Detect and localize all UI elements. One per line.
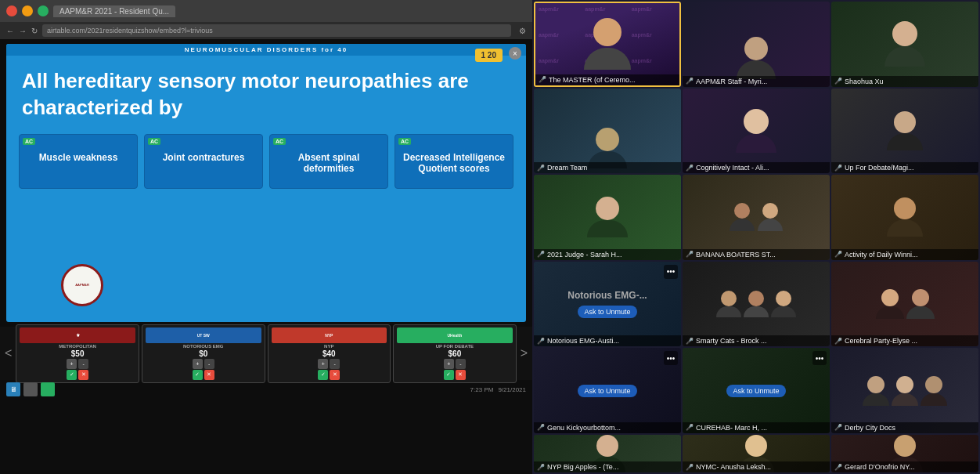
x-metropolitan[interactable]: ✕ <box>78 370 88 380</box>
video-name-6: 🎤 Up For Debate/Magi... <box>831 162 978 173</box>
sub-score-nyp[interactable]: - <box>330 359 340 369</box>
team-score-nyp: $40 <box>322 349 336 358</box>
mic-muted-icon-5: 🎤 <box>686 165 694 172</box>
mic-muted-icon-12: 🎤 <box>834 338 842 345</box>
answer-text-2: Joint contractures <box>150 152 258 163</box>
video-name-3: 🎤 Shaohua Xu <box>831 76 978 87</box>
check-notorious[interactable]: ✓ <box>193 370 203 380</box>
team-name-notorious: NOTORIOUS EMG <box>183 344 224 349</box>
video-name-13: 🎤 Genu Kickyourbottom... <box>534 422 681 433</box>
sub-score-updebate[interactable]: - <box>456 359 466 369</box>
slide-category: NEUROMUSCULAR DISORDERS for 40 <box>6 44 526 56</box>
video-name-5: 🎤 Cognitively Intact - Ali... <box>683 162 830 173</box>
sub-score-notorious[interactable]: - <box>204 359 214 369</box>
slide-container: NEUROMUSCULAR DISORDERS for 40 1 20 × Al… <box>6 44 526 322</box>
score-team-metropolitan: ⚜ METROPOLITAN $50 + - ✓ ✕ <box>16 324 139 383</box>
sub-score-metropolitan[interactable]: - <box>78 359 88 369</box>
slide-close-btn[interactable]: × <box>509 47 521 60</box>
mic-muted-icon-9: 🎤 <box>834 251 842 258</box>
check-updebate[interactable]: ✓ <box>444 370 454 380</box>
team-score-updebate: $60 <box>449 349 462 358</box>
video-cell-7: 🎤 2021 Judge - Sarah H... <box>534 175 681 260</box>
mic-muted-icon-7: 🎤 <box>537 251 545 258</box>
video-name-9: 🎤 Activity of Daily Winni... <box>831 249 978 260</box>
forward-btn[interactable]: → <box>19 27 27 35</box>
video-cell-2: 🎤 AAPM&R Staff - Myri... <box>683 2 830 87</box>
settings-icon[interactable]: ⚙ <box>519 27 526 35</box>
video-cell-16: 🎤 NYP Big Apples - (Te... <box>534 435 681 472</box>
team-score-metropolitan: $50 <box>71 349 85 358</box>
next-team-btn[interactable]: > <box>519 346 529 360</box>
video-cell-13: Ask to Unmute ••• 🎤 Genu Kickyourbottom.… <box>534 348 681 433</box>
video-name-15: 🎤 Derby City Docs <box>831 422 978 433</box>
video-cell-10: Notorious EMG-... Ask to Unmute ••• 🎤 No… <box>534 262 681 347</box>
score-team-nyp: NYP NYP $40 + - ✓ ✕ <box>268 324 391 383</box>
video-name-2: 🎤 AAPM&R Staff - Myri... <box>683 76 830 87</box>
answer-box-3: AC Absent spinal deformities <box>269 134 388 189</box>
team-controls-updebate: + - <box>444 359 466 369</box>
taskbar-icon-1[interactable]: 🖥 <box>6 382 20 396</box>
video-cell-11: 🎤 Smarty Cats - Brock ... <box>683 262 830 347</box>
video-name-7: 🎤 2021 Judge - Sarah H... <box>534 249 681 260</box>
slide-question: All hereditary sensory motor neuropathie… <box>6 56 526 128</box>
more-options-btn-14[interactable]: ••• <box>812 351 827 365</box>
taskbar-icon-3[interactable] <box>41 382 55 396</box>
scoreboard: < ⚜ METROPOLITAN $50 + - ✓ ✕ UT SW NOTOR… <box>0 327 532 380</box>
video-name-16: 🎤 NYP Big Apples - (Te... <box>534 461 681 472</box>
url-bar[interactable]: airtable.com/2021residentquizshow/embed?… <box>42 24 511 37</box>
more-options-btn-10[interactable]: ••• <box>664 265 678 279</box>
minimize-window-btn[interactable] <box>22 5 33 16</box>
ask-unmute-btn-14[interactable]: Ask to Unmute <box>726 385 785 397</box>
prev-team-btn[interactable]: < <box>3 346 13 360</box>
x-notorious[interactable]: ✕ <box>204 370 214 380</box>
check-metropolitan[interactable]: ✓ <box>67 370 77 380</box>
close-window-btn[interactable] <box>6 5 17 16</box>
answer-text-1: Muscle weakness <box>24 152 132 163</box>
taskbar-icon-2[interactable] <box>23 382 38 396</box>
back-btn[interactable]: ← <box>6 27 14 35</box>
more-options-btn-13[interactable]: ••• <box>664 351 678 365</box>
maximize-window-btn[interactable] <box>38 5 49 16</box>
aapm-logo: AAPM&R <box>61 264 106 309</box>
video-name-14: 🎤 CUREHAB- Marc H, ... <box>683 422 830 433</box>
add-score-metropolitan[interactable]: + <box>67 359 77 369</box>
ask-unmute-btn-10[interactable]: Ask to Unmute <box>578 306 636 318</box>
check-nyp[interactable]: ✓ <box>318 370 328 380</box>
score-team-notorious: UT SW NOTORIOUS EMG $0 + - ✓ ✕ <box>142 324 265 383</box>
team-marks-metropolitan: ✓ ✕ <box>67 370 88 380</box>
taskbar-apps: 🖥 <box>6 382 55 396</box>
taskbar-right: 7:23 PM 9/21/2021 <box>470 386 526 393</box>
browser-tab[interactable]: AAPM&R 2021 - Resident Qu... <box>53 5 175 17</box>
participant-grid: aapm&r aapm&r aapm&r aapm&r aapm&r aapm&… <box>532 0 980 474</box>
team-score-notorious: $0 <box>199 349 207 358</box>
refresh-btn[interactable]: ↻ <box>31 27 38 35</box>
team-name-updebate: UP FOR DEBATE <box>436 344 474 349</box>
video-cell-4: 🎤 Dream Team <box>534 89 681 174</box>
video-name-12: 🎤 Cerebral Party-Elyse ... <box>831 335 978 346</box>
video-cell-3: 🎤 Shaohua Xu <box>831 2 978 87</box>
answer-choices: AC Muscle weakness AC Joint contractures… <box>6 134 526 195</box>
x-nyp[interactable]: ✕ <box>330 370 340 380</box>
mic-muted-icon-11: 🎤 <box>686 338 694 345</box>
tab-label: AAPM&R 2021 - Resident Qu... <box>59 7 169 16</box>
video-name-10: 🎤 Notorious EMG-Austi... <box>534 335 681 346</box>
video-cell-17: 🎤 NYMC- Anusha Leksh... <box>683 435 830 472</box>
taskbar-date: 9/21/2021 <box>498 386 526 393</box>
mic-muted-icon-1: 🎤 <box>539 76 546 83</box>
ask-unmute-btn-13[interactable]: Ask to Unmute <box>578 385 636 397</box>
x-updebate[interactable]: ✕ <box>456 370 466 380</box>
team-marks-nyp: ✓ ✕ <box>318 370 340 380</box>
taskbar-time: 7:23 PM <box>470 386 494 393</box>
video-cell-14: Ask to Unmute ••• 🎤 CUREHAB- Marc H, ... <box>683 348 830 433</box>
add-score-updebate[interactable]: + <box>444 359 454 369</box>
answer-box-4: AC Decreased Intelligence Quotient score… <box>395 134 513 189</box>
video-cell-12: 🎤 Cerebral Party-Elyse ... <box>831 262 978 347</box>
mic-muted-icon-8: 🎤 <box>686 251 694 258</box>
add-score-notorious[interactable]: + <box>193 359 203 369</box>
answer-text-3: Absent spinal deformities <box>275 152 383 174</box>
video-grid-panel: aapm&r aapm&r aapm&r aapm&r aapm&r aapm&… <box>532 0 980 474</box>
add-score-nyp[interactable]: + <box>318 359 328 369</box>
video-cell-6: 🎤 Up For Debate/Magi... <box>831 89 978 174</box>
video-name-1: 🎤 The MASTER (of Ceremo... <box>535 74 679 85</box>
mic-muted-icon-4: 🎤 <box>537 165 545 172</box>
